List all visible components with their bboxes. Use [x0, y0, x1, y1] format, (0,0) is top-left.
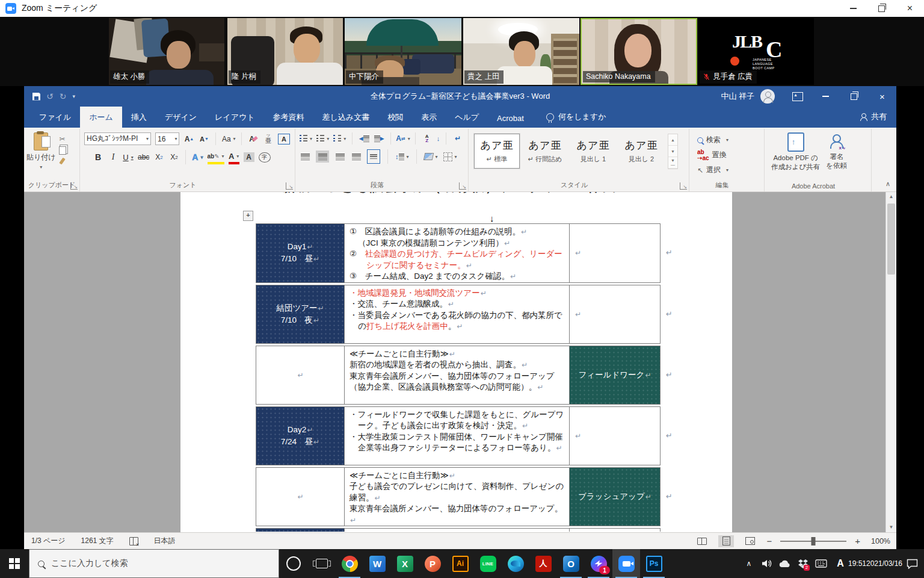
- share-button[interactable]: 共有: [860, 111, 896, 128]
- redo-icon[interactable]: ↻: [60, 92, 67, 101]
- word-count[interactable]: 1261 文字: [81, 536, 114, 546]
- ribbon-tab-0[interactable]: ファイル: [30, 107, 80, 128]
- bold-icon[interactable]: B: [93, 151, 103, 163]
- ribbon-tab-7[interactable]: 校閲: [378, 107, 412, 128]
- paragraph-dialog-launcher[interactable]: ↘: [459, 182, 466, 190]
- zoom-close-button[interactable]: ×: [896, 0, 924, 17]
- ribbon-tab-1[interactable]: ホーム: [80, 107, 122, 128]
- style-item-2[interactable]: あア亜見出し 1: [570, 134, 616, 169]
- copy-icon[interactable]: [59, 146, 66, 155]
- zoom-slider[interactable]: [780, 541, 846, 542]
- account-avatar[interactable]: [760, 89, 775, 104]
- grow-font-icon[interactable]: A▲: [183, 133, 194, 145]
- word-close-button[interactable]: ×: [868, 86, 896, 107]
- taskbar-powerpoint-button[interactable]: P: [419, 549, 446, 578]
- taskbar-zoom-button[interactable]: [612, 549, 640, 578]
- scroll-down-icon[interactable]: ▼: [886, 523, 896, 532]
- zoom-minimize-button[interactable]: [839, 0, 867, 17]
- ime-keyboard-button[interactable]: [812, 549, 830, 578]
- taskbar-clock[interactable]: 19:51 2021/03/16: [851, 549, 900, 578]
- scroll-up-icon[interactable]: ▲: [886, 192, 896, 202]
- style-item-1[interactable]: あア亜↵ 行間詰め: [522, 134, 568, 169]
- participant-tile[interactable]: JLB C JAPANESE LANGUAGE BOOT CAMP 見手倉 広貴: [698, 18, 814, 85]
- shading-icon[interactable]: ▾: [424, 151, 438, 163]
- web-layout-button[interactable]: [742, 535, 758, 547]
- taskbar-messenger-button[interactable]: 1: [585, 549, 612, 578]
- taskbar-excel-button[interactable]: X: [391, 549, 419, 578]
- tray-show-hidden-icons-button[interactable]: ∧: [740, 549, 758, 578]
- ribbon-tab-10[interactable]: Acrobat: [488, 108, 533, 128]
- clear-formatting-icon[interactable]: A: [248, 133, 259, 145]
- strikethrough-icon[interactable]: abc: [138, 151, 149, 163]
- taskbar-chrome-button[interactable]: [336, 549, 363, 578]
- read-mode-button[interactable]: [694, 535, 710, 547]
- taskbar-edge-button[interactable]: [502, 549, 529, 578]
- action-center-button[interactable]: [900, 549, 924, 578]
- participant-tile[interactable]: 中下陽介: [345, 18, 461, 85]
- sort-icon[interactable]: AZ: [422, 132, 433, 144]
- participant-tile[interactable]: 貴之 上田: [463, 18, 579, 85]
- replace-button[interactable]: ab⇢ac置換: [697, 149, 764, 161]
- enclose-circle-icon[interactable]: 字: [259, 152, 271, 163]
- cut-icon[interactable]: ✂: [60, 135, 66, 143]
- highlight-icon[interactable]: ab✎▾: [208, 150, 224, 164]
- participant-tile[interactable]: 隆 片桐: [227, 18, 343, 85]
- undo-icon[interactable]: ↺: [46, 92, 54, 101]
- ribbon-tab-4[interactable]: レイアウト: [206, 107, 264, 128]
- onedrive-button[interactable]: [776, 549, 794, 578]
- select-button[interactable]: ↖選択▾: [697, 164, 764, 176]
- account-name[interactable]: 中山 祥子: [721, 91, 754, 102]
- borders-icon[interactable]: ▾: [443, 151, 457, 163]
- document-area[interactable]: 新宿区子ども議会事業（名称仮）プログラム全体図↵ + ↓ Day1↵7/10 昼…: [24, 192, 896, 532]
- asian-layout-icon[interactable]: A⇄▾: [397, 132, 409, 144]
- ribbon-tab-5[interactable]: 参考資料: [264, 107, 313, 128]
- ribbon-tab-2[interactable]: 挿入: [122, 107, 156, 128]
- font-color-icon[interactable]: A▾: [229, 150, 239, 164]
- document-page[interactable]: 新宿区子ども議会事業（名称仮）プログラム全体図↵ + ↓ Day1↵7/10 昼…: [180, 192, 732, 532]
- page-indicator[interactable]: 1/3 ページ: [31, 536, 66, 546]
- word-restore-button[interactable]: [840, 86, 868, 107]
- font-dialog-launcher[interactable]: ↘: [286, 182, 293, 190]
- zoom-out-button[interactable]: −: [766, 536, 772, 545]
- taskbar-photoshop-button[interactable]: Ps: [640, 549, 668, 578]
- clipboard-dialog-launcher[interactable]: ↘: [70, 182, 78, 190]
- increase-indent-icon[interactable]: ▶: [374, 132, 384, 144]
- taskbar-illustrator-button[interactable]: Ai: [446, 549, 474, 578]
- underline-icon[interactable]: U▾: [123, 151, 134, 163]
- taskbar-line-button[interactable]: LINE: [474, 549, 502, 578]
- numbering-icon[interactable]: ▾: [316, 132, 329, 144]
- ribbon-tab-3[interactable]: デザイン: [156, 107, 206, 128]
- participant-tile[interactable]: 雄太 小勝: [109, 18, 224, 85]
- multilevel-list-icon[interactable]: ▾: [333, 132, 346, 144]
- enclose-characters-icon[interactable]: A: [278, 134, 290, 144]
- character-shading-icon[interactable]: A: [244, 152, 254, 162]
- align-center-icon[interactable]: [316, 151, 329, 163]
- scrollbar-thumb[interactable]: [887, 204, 895, 275]
- volume-button[interactable]: [758, 549, 776, 578]
- decrease-indent-icon[interactable]: ◀: [359, 132, 369, 144]
- subscript-icon[interactable]: X2: [153, 151, 164, 163]
- proofing-icon[interactable]: [129, 537, 138, 545]
- bullets-icon[interactable]: ▾: [300, 132, 312, 144]
- zoom-slider-handle[interactable]: [812, 537, 816, 545]
- paste-button[interactable]: 貼り付け ▾: [26, 132, 56, 170]
- ime-mode-button[interactable]: A: [830, 549, 851, 578]
- word-minimize-button[interactable]: [812, 86, 840, 107]
- text-effects-icon[interactable]: A▾: [192, 151, 203, 163]
- font-name-select[interactable]: HG丸ｺﾞｼｯｸM-PI▾: [84, 132, 151, 145]
- line-spacing-icon[interactable]: ↕▾: [395, 151, 409, 163]
- styles-gallery-more-icon[interactable]: ▼—: [668, 157, 677, 169]
- style-item-0[interactable]: あア亜↵ 標準: [474, 134, 520, 169]
- styles-gallery-scrollbar[interactable]: ▲ ▼ ▼—: [668, 134, 678, 169]
- ribbon-tab-6[interactable]: 差し込み文書: [313, 107, 379, 128]
- superscript-icon[interactable]: X2: [168, 151, 179, 163]
- ribbon-display-options-button[interactable]: [783, 86, 812, 107]
- language-indicator[interactable]: 日本語: [154, 536, 176, 546]
- start-button[interactable]: [0, 549, 29, 578]
- tell-me-box[interactable]: 何をしますか: [546, 111, 606, 128]
- zoom-in-button[interactable]: +: [855, 536, 860, 545]
- phonetic-guide-icon[interactable]: ツ亜: [263, 133, 274, 145]
- collapse-ribbon-icon[interactable]: ∧: [886, 180, 890, 188]
- taskbar-search-input[interactable]: ここに入力して検索: [29, 549, 279, 578]
- align-right-icon[interactable]: [334, 151, 345, 163]
